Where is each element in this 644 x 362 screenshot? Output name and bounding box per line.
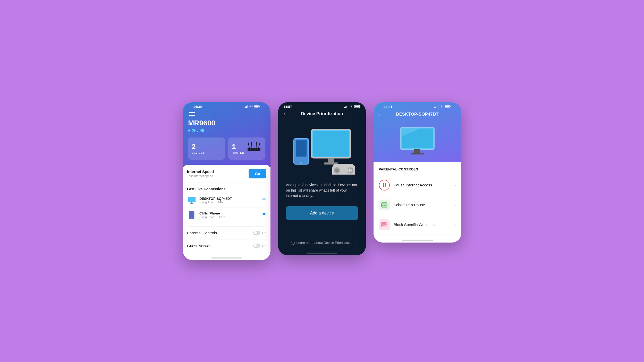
svg-rect-62 [386, 202, 386, 203]
svg-point-32 [300, 162, 302, 164]
pause-bar-left [383, 183, 384, 187]
guest-network-toggle[interactable]: Off [253, 244, 266, 248]
screen2-phone: 14:57 [278, 102, 366, 255]
device-icon-phone [187, 210, 196, 220]
svg-line-12 [248, 143, 249, 148]
svg-rect-10 [255, 149, 256, 150]
block-websites-icon-wrap [379, 219, 390, 230]
guest-network-status: Off [262, 244, 266, 248]
screen2-home-bar [307, 253, 337, 254]
screen3-content: PARENTAL CONTROLS Pause Internet Access … [374, 162, 461, 235]
device-icon-monitor [187, 196, 196, 205]
svg-rect-31 [298, 141, 305, 141]
parental-controls-toggle[interactable]: Off [253, 231, 266, 235]
svg-rect-9 [252, 149, 253, 150]
device-location-1: Living Room 5GHz [199, 216, 262, 219]
parental-toggle-circle [253, 231, 260, 235]
device-illustration-svg [289, 126, 355, 175]
screen2-status-icons [344, 105, 361, 108]
hamburger-menu[interactable] [188, 111, 265, 117]
svg-rect-52 [445, 106, 449, 108]
screen1-status-bar: 14:39 [188, 102, 265, 110]
screen3-home-bar [402, 240, 433, 241]
devices-stat-card[interactable]: 2 DEVICES [188, 137, 225, 160]
devices-count: 2 [192, 143, 205, 151]
parental-controls-label: Parental Controls [187, 231, 217, 235]
screen1-status-icons [244, 105, 260, 108]
schedule-pause-icon-wrap [379, 199, 390, 211]
guest-network-row[interactable]: Guest Network Off [183, 239, 270, 252]
svg-rect-28 [355, 106, 359, 108]
router-stat-info: 1 ROUTER [232, 143, 244, 154]
device-hero [379, 121, 456, 162]
screen1-home-indicator [183, 252, 270, 260]
router-icon [246, 142, 262, 156]
device-item-1[interactable]: Cliffs iPhone Living Room 5GHz [187, 208, 266, 222]
schedule-pause-label: Schedule a Pause [394, 203, 425, 207]
wifi-icon [249, 105, 253, 108]
screens-container: 14:39 [183, 102, 461, 260]
svg-rect-22 [344, 107, 345, 108]
svg-line-13 [251, 142, 252, 148]
speed-info: Internet Speed Test internet speed [187, 169, 214, 178]
screen2-home-indicator [278, 247, 366, 255]
block-chevron: › [455, 222, 456, 227]
screen2-title: Device Prioritization [301, 111, 343, 116]
online-label: ONLINE [192, 129, 204, 132]
battery-icon [254, 105, 260, 108]
svg-rect-61 [383, 202, 383, 203]
svg-rect-16 [188, 197, 196, 202]
svg-rect-46 [434, 107, 435, 108]
device-name-0: DESKTOP-SQP47DT [199, 197, 262, 201]
pause-internet-icon-wrap [379, 179, 390, 191]
add-device-button[interactable]: Add a device [286, 206, 358, 220]
screen3-signal-icon [434, 105, 438, 108]
screen2-back-button[interactable]: ‹ [283, 111, 285, 117]
router-stat-card[interactable]: 1 ROUTER [228, 137, 265, 160]
parental-item-2[interactable]: Block Specific Websites › [374, 215, 461, 235]
svg-rect-56 [414, 149, 420, 153]
svg-rect-18 [190, 203, 193, 204]
wifi-signal-0 [262, 198, 266, 203]
router-name: MR9600 [188, 119, 265, 127]
internet-speed-row: Internet Speed Test internet speed Go [187, 169, 266, 178]
svg-rect-41 [335, 169, 338, 171]
screen2-signal-icon [344, 105, 348, 108]
pause-internet-label: Pause Internet Access [394, 183, 432, 187]
screen3-back-button[interactable]: ‹ [379, 111, 380, 117]
svg-rect-70 [382, 226, 385, 226]
pause-internet-icon [379, 180, 390, 191]
speed-subtitle: Test internet speed [187, 174, 214, 178]
learn-more-text: Learn more about Device Prioritization [296, 241, 353, 245]
svg-point-21 [191, 218, 192, 219]
devices-stat-info: 2 DEVICES [192, 143, 205, 154]
screen3-title: DESKTOP-SQP47DT [396, 112, 438, 117]
screen3-phone: 14:41 [374, 102, 461, 243]
svg-rect-3 [247, 105, 248, 108]
speed-title: Internet Speed [187, 169, 214, 174]
svg-line-14 [256, 142, 257, 148]
learn-more-row[interactable]: i Learn more about Device Prioritization [278, 238, 366, 247]
svg-rect-1 [245, 106, 246, 108]
screen3-header: 14:41 [374, 102, 461, 162]
screen2-time: 14:57 [283, 105, 292, 109]
svg-rect-35 [328, 158, 334, 162]
screen1-hamburger-wrap[interactable] [188, 110, 265, 117]
svg-point-43 [350, 169, 352, 171]
device-name-1: Cliffs iPhone [199, 211, 262, 215]
svg-rect-48 [437, 106, 437, 108]
screen3-header-row: ‹ DESKTOP-SQP47DT [379, 110, 456, 121]
go-button[interactable]: Go [249, 169, 266, 178]
screen3-time: 14:41 [384, 105, 392, 109]
parental-item-1[interactable]: Schedule a Pause › [374, 195, 461, 215]
svg-rect-23 [345, 106, 346, 108]
device-item-0[interactable]: DESKTOP-SQP47DT Living Room 5GHz [187, 193, 266, 208]
svg-rect-49 [438, 105, 439, 108]
parental-item-0[interactable]: Pause Internet Access › [374, 175, 461, 195]
device-info-1: Cliffs iPhone Living Room 5GHz [199, 211, 262, 219]
screen3-home-indicator [374, 235, 461, 243]
screen1-content: Internet Speed Test internet speed Go La… [183, 165, 270, 252]
parental-controls-row[interactable]: Parental Controls Off [183, 227, 270, 239]
screen1-time: 14:39 [193, 105, 202, 109]
svg-rect-51 [450, 106, 451, 107]
